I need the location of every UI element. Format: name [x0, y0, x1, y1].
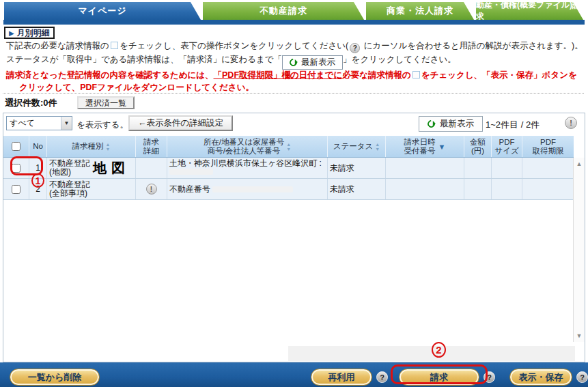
header-pdf-deadline: PDF 取得期限 — [522, 136, 574, 157]
instruction-line-2: ステータスが「取得中」である請求情報は、「請求済」に変わるまで「最新表示」をクリ… — [6, 54, 456, 70]
display-filter-select[interactable]: すべて ▼ — [6, 116, 72, 130]
checkbox-glyph-icon — [412, 71, 420, 78]
display-condition-detail-button[interactable]: ←表示条件の詳細設定 — [128, 115, 233, 131]
header-label: 請求 詳細 — [143, 138, 159, 156]
row-checkbox[interactable] — [12, 185, 20, 194]
header-request-datetime[interactable]: 請求日時 受付番号▼ — [386, 136, 464, 157]
row-pdf-deadline-cell — [522, 158, 574, 178]
header-label: 請求種別 — [72, 142, 104, 151]
refresh-label: 最新表示 — [440, 118, 474, 130]
sort-icon: ▲▼ — [286, 142, 291, 152]
instruction-text: をチェックし、表下の操作ボタンをクリックしてください( — [120, 41, 348, 51]
chevron-down-icon: ▼ — [61, 117, 72, 130]
row-pdf-deadline-cell — [522, 179, 574, 199]
filter-suffix-label: を表示する。 — [76, 119, 128, 131]
refresh-button[interactable]: 最新表示 — [419, 116, 483, 132]
reuse-button[interactable]: 再利用 — [311, 369, 372, 386]
vertical-scrollbar[interactable]: ▲ ▼ — [573, 158, 585, 342]
instruction-text: にカーソルを合わせると用語の解説が表示されます。)。 — [361, 41, 583, 51]
monthly-detail-button[interactable]: ▶ 月別明細 — [4, 27, 55, 39]
tab-mypage[interactable]: マイページ — [4, 2, 201, 20]
header-request-type[interactable]: 請求種別▲▼ — [47, 136, 136, 157]
monthly-detail-label: 月別明細 — [17, 27, 50, 39]
warning-text: 請求済となった登記情報の内容を確認するためには、 — [6, 70, 214, 80]
help-icon[interactable]: ? — [484, 371, 495, 383]
row-type-text: 不動産登記 (全部事項) — [49, 180, 90, 198]
sort-icon: ▲▼ — [375, 142, 380, 152]
select-all-checkbox[interactable] — [12, 142, 20, 151]
instruction-text: ステータスが「取得中」である請求情報は、「請求済」に変わるまで「 — [6, 55, 282, 64]
header-status[interactable]: ステータス▲▼ — [328, 136, 386, 157]
row-pdf-size-cell — [492, 179, 522, 199]
warning-text: 必要な請求情報の — [342, 70, 411, 80]
header-label: 金額 (円) — [470, 138, 486, 156]
row-type-text: 不動産登記 (地図) — [49, 159, 90, 177]
tab-underline-bar — [3, 20, 585, 25]
row-amount-cell — [464, 158, 492, 178]
header-label: 請求日時 受付番号 — [404, 138, 436, 156]
question-icon: ? — [350, 43, 360, 53]
selected-count-label: 選択件数:0件 — [5, 97, 57, 109]
row-detail-cell: ! — [136, 179, 167, 199]
header-no: No — [29, 136, 47, 157]
sort-icon: ▲▼ — [106, 142, 111, 152]
row-no-cell: 2 — [29, 179, 47, 199]
select-all-header-cell — [3, 136, 29, 157]
header-label: ステータス — [333, 142, 374, 151]
alert-icon[interactable]: ! — [146, 184, 157, 195]
tab-bar: マイページ 不動産請求 商業・法人請求 動産・債権(概要ファイル)請求 — [4, 2, 585, 20]
warning-line-1: 請求済となった登記情報の内容を確認するためには、「PDF取得期限」欄の日付までに… — [6, 70, 577, 81]
warning-underlined-text: 「PDF取得期限」欄の日付までに — [214, 70, 343, 80]
row-type-cell: 不動産登記 (全部事項) — [47, 179, 136, 199]
tab-commercial-corporate-request[interactable]: 商業・法人請求 — [366, 2, 474, 20]
tab-real-estate-request[interactable]: 不動産請求 — [203, 2, 364, 20]
row-datetime-cell — [386, 158, 464, 178]
header-label: No — [33, 142, 43, 151]
refresh-icon — [426, 119, 436, 129]
scroll-down-icon[interactable]: ▼ — [574, 332, 585, 339]
my-page-screen: マイページ 不動産請求 商業・法人請求 動産・債権(概要ファイル)請求 ▶ 月別… — [0, 0, 588, 387]
table-row: 2 不動産登記 (全部事項) ! 不動産番号 未請求 — [3, 179, 574, 200]
row-select-cell — [3, 158, 29, 178]
warning-text: をチェックし、「表示・保存」ボタンを — [421, 70, 577, 80]
row-datetime-cell — [386, 179, 464, 199]
row-location-text: 土地・神奈川県横浜市保土ヶ谷区峰沢町 : — [169, 158, 322, 168]
row-checkbox[interactable] — [12, 164, 20, 173]
checkbox-glyph-icon — [111, 42, 118, 49]
row-type-cell: 不動産登記 (地図) — [47, 158, 136, 178]
redacted-area — [169, 169, 213, 175]
dotted-divider — [3, 93, 584, 94]
help-icon[interactable]: ? — [376, 371, 388, 383]
row-status-cell: 未請求 — [328, 179, 386, 199]
triangle-right-icon: ▶ — [9, 29, 14, 37]
display-save-button[interactable]: 表示・保存 — [509, 369, 572, 386]
header-pdf-size: PDF サイズ — [492, 136, 522, 157]
header-location[interactable]: 所在/地番又は家屋番号 商号/会社法人等番号▲▼ — [167, 136, 328, 157]
request-list-panel: すべて ▼ を表示する。 ←表示条件の詳細設定 最新表示 1~2件目 / 2件 … — [3, 113, 585, 362]
info-icon[interactable]: ! — [565, 117, 577, 129]
panel-footer-strip — [288, 346, 575, 361]
row-location-cell: 土地・神奈川県横浜市保土ヶ谷区峰沢町 : — [167, 158, 328, 178]
table-header-row: No 請求種別▲▼ 請求 詳細 所在/地番又は家屋番号 商号/会社法人等番号▲▼… — [3, 136, 574, 158]
header-request-detail: 請求 詳細 — [136, 136, 167, 157]
refresh-button-inline[interactable]: 最新表示 — [282, 55, 343, 70]
row-amount-cell — [464, 179, 492, 199]
row-detail-cell — [136, 158, 167, 178]
request-button[interactable]: 請求 — [399, 369, 479, 386]
row-location-cell: 不動産番号 — [167, 179, 328, 199]
warning-line-2: クリックして、PDFファイルをダウンロードしてください。 — [19, 82, 254, 94]
header-label: PDF サイズ — [494, 138, 518, 156]
row-location-text: 不動産番号 — [169, 184, 210, 195]
result-range-label: 1~2件目 / 2件 — [486, 119, 540, 131]
row-pdf-size-cell — [492, 158, 522, 178]
row-status-cell: 未請求 — [328, 158, 386, 178]
refresh-icon — [288, 57, 298, 68]
tab-movables-receivables-request[interactable]: 動産・債権(概要ファイル)請求 — [476, 2, 583, 20]
help-icon[interactable]: ? — [576, 371, 588, 383]
delete-from-list-button[interactable]: 一覧から削除 — [10, 369, 100, 386]
table-row: 1 不動産登記 (地図) 土地・神奈川県横浜市保土ヶ谷区峰沢町 : 未請求 — [3, 158, 574, 179]
sort-desc-icon: ▼ — [438, 143, 446, 151]
selected-list-button[interactable]: 選択済一覧 — [77, 96, 135, 109]
scroll-up-icon[interactable]: ▲ — [574, 160, 585, 167]
row-no-cell: 1 — [29, 158, 47, 178]
